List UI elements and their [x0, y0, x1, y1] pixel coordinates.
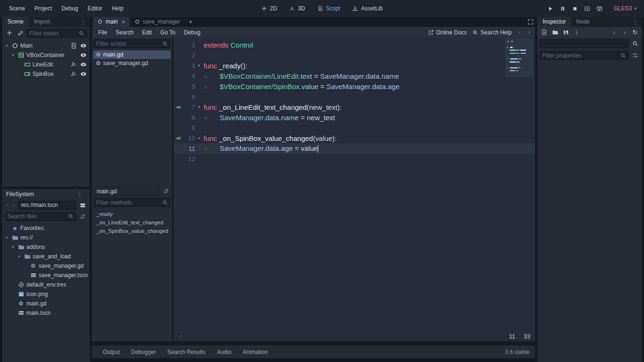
object-name-field[interactable]	[539, 39, 629, 48]
eye-icon[interactable]	[79, 61, 87, 69]
toggle-split-mode-button[interactable]	[78, 200, 87, 210]
fs-item-save-manager-gd[interactable]: ⚙save_manager.gd	[2, 261, 90, 271]
eye-icon[interactable]	[79, 51, 87, 59]
expander-icon[interactable]: ▾	[4, 43, 9, 48]
play-button[interactable]	[546, 4, 555, 13]
fs-item-addons[interactable]: ▾addons	[2, 242, 90, 252]
fold-icon[interactable]: ▾	[195, 63, 203, 68]
code-line-2[interactable]: 2	[173, 50, 535, 60]
filter-nodes-input[interactable]	[29, 30, 77, 37]
filter-properties-input[interactable]	[542, 52, 619, 59]
menu-help[interactable]: Help	[107, 3, 128, 14]
inspector-tab-node[interactable]: Node	[571, 17, 595, 27]
property-options-button[interactable]	[630, 51, 640, 60]
history-back-icon[interactable]: ‹	[5, 202, 10, 208]
script-forward-icon[interactable]: ›	[527, 29, 531, 36]
object-history-button[interactable]: ↻	[630, 28, 640, 37]
fs-item-save-manager-tscn[interactable]: save_manager.tscn	[2, 271, 90, 280]
bottom-panel-animation[interactable]: Animation	[238, 347, 273, 357]
scene-tab-save-manager[interactable]: save_manager	[130, 17, 184, 27]
bottom-panel-audio[interactable]: Audio	[212, 347, 237, 357]
menu-project[interactable]: Project	[30, 3, 56, 14]
fs-item-main-gd[interactable]: ⚙main.gd	[2, 299, 90, 308]
script-back-icon[interactable]: ‹	[517, 29, 521, 36]
renderer-select[interactable]: GLES3 ▾	[611, 4, 639, 13]
stop-button[interactable]	[570, 4, 580, 13]
code-line-1[interactable]: 1extends Control	[173, 40, 535, 50]
scene-node-item-spinbox[interactable]: SpinBox	[2, 69, 90, 79]
search-files-input[interactable]	[8, 213, 66, 220]
inspect-object-button[interactable]	[630, 39, 640, 49]
resource-options-button[interactable]: ⋮	[572, 28, 581, 37]
scene-node-item-main[interactable]: ▾Main	[2, 41, 90, 50]
fold-icon[interactable]: ▾	[195, 136, 203, 140]
fs-item-res[interactable]: ▾res://	[2, 233, 90, 242]
method-item-on-lineedit-text-changed[interactable]: _on_LineEdit_text_changed	[93, 218, 171, 227]
code-line-5[interactable]: 5»$VBoxContainer/SpinBox.value = SaveMan…	[173, 81, 535, 91]
signal-icon[interactable]	[69, 61, 77, 69]
history-forward-icon[interactable]: ›	[11, 202, 17, 208]
scene-node-item-lineedit[interactable]: LineEdit	[2, 60, 90, 69]
sort-files-button[interactable]	[78, 212, 87, 221]
code-editor[interactable]: 1extends Control23▾func _ready():4»$VBox…	[173, 38, 535, 341]
code-line-8[interactable]: 8»SaveManager.data.name = new_text	[173, 112, 535, 123]
current-script-name[interactable]: main.gd	[93, 186, 160, 196]
code-line-6[interactable]: 6	[173, 91, 535, 102]
play-custom-scene-button[interactable]	[595, 4, 604, 13]
bottom-panel-debugger[interactable]: Debugger	[126, 347, 161, 357]
filter-methods-input[interactable]	[96, 199, 160, 206]
new-resource-button[interactable]	[539, 28, 549, 37]
new-scene-tab-button[interactable]: +	[185, 17, 196, 27]
expander-icon[interactable]: ▾	[4, 235, 9, 240]
workspace-script[interactable]: Script	[314, 4, 343, 13]
online-docs-button[interactable]: Online Docs	[428, 29, 467, 36]
close-tab-icon[interactable]: ×	[122, 19, 125, 25]
workspace-assetlib[interactable]: AssetLib	[350, 4, 386, 13]
inspector-dock-menu-icon[interactable]: ⋮	[629, 19, 642, 27]
inspector-tab-inspector[interactable]: Inspector	[537, 17, 571, 27]
code-line-9[interactable]: 9	[173, 123, 535, 133]
fs-item-default-env-tres[interactable]: default_env.tres	[2, 280, 90, 289]
save-resource-button[interactable]	[561, 28, 570, 37]
workspace-3d[interactable]: 3D	[287, 4, 308, 13]
eye-icon[interactable]	[79, 70, 87, 78]
search-help-button[interactable]: Search Help	[472, 29, 512, 36]
pause-button[interactable]	[558, 4, 568, 13]
play-scene-button[interactable]	[583, 4, 592, 13]
fs-item-icon-png[interactable]: icon.png	[2, 289, 90, 299]
code-line-11[interactable]: 11»SaveManager.data.age = value	[173, 143, 535, 154]
code-line-4[interactable]: 4»$VBoxContainer/LineEdit.text = SaveMan…	[173, 71, 535, 81]
expander-icon[interactable]: ▾	[10, 53, 16, 58]
code-line-7[interactable]: 7▾func _on_LineEdit_text_changed(new_tex…	[173, 102, 535, 112]
distraction-free-button[interactable]	[526, 17, 535, 26]
menu-debug[interactable]: Debug	[57, 3, 82, 14]
history-forward-button[interactable]: ›	[620, 28, 629, 37]
script-menu-edit[interactable]: Edit	[138, 28, 156, 37]
code-line-12[interactable]: 12	[173, 154, 535, 164]
bottom-panel-output[interactable]: Output	[98, 347, 125, 357]
scene-dock-dock-menu-icon[interactable]: ⋮	[77, 19, 90, 27]
scroll-left-icon[interactable]: ‹	[178, 333, 183, 339]
load-resource-button[interactable]	[550, 28, 560, 37]
script-item-main-gd[interactable]: ⚙main.gd	[93, 50, 171, 59]
script-menu-file[interactable]: File	[94, 28, 111, 37]
sort-methods-button[interactable]	[161, 186, 171, 196]
script-menu-search[interactable]: Search	[111, 28, 138, 37]
current-path-field[interactable]: res://main.tscn	[18, 201, 76, 210]
history-back-button[interactable]: ‹	[610, 28, 619, 37]
scene-dock-tab-import[interactable]: Import	[29, 17, 55, 27]
workspace-2d[interactable]: 2D	[258, 4, 280, 13]
script-item-save-manager-gd[interactable]: ⚙save_manager.gd	[93, 59, 171, 67]
fs-item-save-and-load[interactable]: ▾save_and_load	[2, 252, 90, 261]
fs-item-favorites[interactable]: ★Favorites:	[2, 223, 90, 233]
script-menu-debug[interactable]: Debug	[180, 28, 205, 37]
scene-node-item-vboxcontainer[interactable]: ▾VBoxContainer	[2, 50, 90, 60]
script-icon[interactable]	[69, 42, 77, 50]
expander-icon[interactable]: ▾	[17, 254, 22, 259]
filter-scripts-input[interactable]	[96, 41, 160, 47]
bottom-panel-search-results[interactable]: Search Results	[162, 347, 211, 357]
fs-item-main-tscn[interactable]: main.tscn	[2, 308, 90, 318]
fold-icon[interactable]: ▾	[195, 105, 203, 109]
code-minimap[interactable]	[505, 38, 533, 77]
expander-icon[interactable]: ▾	[10, 245, 16, 249]
